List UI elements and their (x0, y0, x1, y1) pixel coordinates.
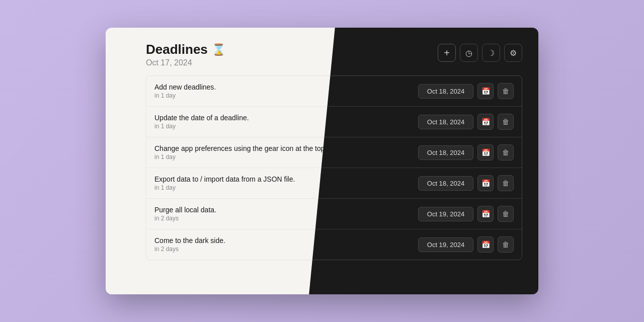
calendar-button[interactable]: 📅 (477, 83, 494, 99)
deadline-relative-date: in 2 days (154, 246, 225, 253)
trash-icon: 🗑 (502, 179, 509, 187)
deadline-relative-date: in 2 days (154, 215, 216, 222)
deadline-row: Export data to / import data from a JSON… (146, 168, 522, 199)
clock-button[interactable]: ◷ (460, 44, 478, 62)
trash-icon: 🗑 (502, 210, 509, 218)
settings-button[interactable]: ⚙ (504, 44, 522, 62)
deadline-left: Purge all local data. in 2 days (154, 206, 216, 222)
deadline-title: Purge all local data. (154, 206, 216, 214)
calendar-icon: 📅 (481, 179, 490, 187)
deadline-left: Change app preferences using the gear ic… (154, 144, 327, 160)
deadline-title: Export data to / import data from a JSON… (154, 175, 295, 183)
deadline-right: Oct 18, 2024 📅 🗑 (418, 144, 514, 160)
calendar-icon: 📅 (481, 87, 490, 95)
deadlines-list: Add new deadlines. in 1 day Oct 18, 2024… (146, 75, 522, 260)
delete-button[interactable]: 🗑 (498, 175, 514, 191)
deadline-row: Add new deadlines. in 1 day Oct 18, 2024… (146, 76, 522, 107)
calendar-button[interactable]: 📅 (477, 206, 494, 222)
deadline-date: Oct 18, 2024 (418, 176, 473, 191)
deadline-date: Oct 18, 2024 (418, 115, 473, 129)
deadline-relative-date: in 1 day (154, 184, 295, 191)
calendar-button[interactable]: 📅 (477, 236, 494, 253)
main-content: Add new deadlines. in 1 day Oct 18, 2024… (106, 75, 538, 294)
calendar-icon: 📅 (481, 210, 490, 218)
deadline-title: Update the date of a deadline. (154, 114, 249, 122)
app-title: Deadlines ⌛ (146, 42, 225, 57)
deadline-row: Change app preferences using the gear ic… (146, 137, 522, 168)
add-button[interactable]: + (438, 44, 456, 62)
clock-icon: ◷ (465, 48, 472, 58)
trash-icon: 🗑 (502, 240, 509, 249)
delete-button[interactable]: 🗑 (498, 206, 514, 222)
deadline-title: Change app preferences using the gear ic… (154, 144, 327, 152)
delete-button[interactable]: 🗑 (498, 114, 514, 130)
deadline-row: Come to the dark side. in 2 days Oct 19,… (146, 229, 522, 260)
plus-icon: + (444, 47, 450, 59)
header: Deadlines ⌛ Oct 17, 2024 + ◷ ☽ ⚙ (106, 28, 538, 75)
deadline-row: Purge all local data. in 2 days Oct 19, … (146, 199, 522, 229)
trash-icon: 🗑 (502, 87, 509, 95)
calendar-button[interactable]: 📅 (477, 114, 494, 130)
deadline-date: Oct 19, 2024 (418, 207, 473, 221)
moon-icon: ☽ (488, 48, 495, 58)
deadline-left: Add new deadlines. in 1 day (154, 83, 216, 99)
app-date: Oct 17, 2024 (146, 58, 225, 67)
calendar-button[interactable]: 📅 (477, 144, 494, 160)
trash-icon: 🗑 (502, 148, 509, 156)
deadline-date: Oct 18, 2024 (418, 84, 473, 99)
calendar-icon: 📅 (481, 118, 490, 126)
deadline-relative-date: in 1 day (154, 153, 327, 160)
deadline-right: Oct 19, 2024 📅 🗑 (418, 206, 514, 222)
deadline-date: Oct 18, 2024 (418, 145, 473, 160)
deadline-date: Oct 19, 2024 (418, 237, 473, 252)
calendar-icon: 📅 (481, 240, 490, 249)
deadline-right: Oct 18, 2024 📅 🗑 (418, 175, 514, 191)
deadline-row: Update the date of a deadline. in 1 day … (146, 107, 522, 137)
delete-button[interactable]: 🗑 (498, 236, 514, 253)
deadline-right: Oct 19, 2024 📅 🗑 (418, 236, 514, 253)
hourglass-icon: ⌛ (212, 43, 225, 56)
deadline-relative-date: in 1 day (154, 92, 216, 99)
calendar-icon: 📅 (481, 148, 490, 156)
delete-button[interactable]: 🗑 (498, 83, 514, 99)
deadline-relative-date: in 1 day (154, 123, 249, 130)
deadline-title: Come to the dark side. (154, 236, 225, 245)
app-title-text: Deadlines (146, 42, 208, 57)
deadline-left: Update the date of a deadline. in 1 day (154, 114, 249, 130)
deadline-left: Export data to / import data from a JSON… (154, 175, 295, 191)
header-actions: + ◷ ☽ ⚙ (438, 44, 522, 62)
deadline-right: Oct 18, 2024 📅 🗑 (418, 83, 514, 99)
delete-button[interactable]: 🗑 (498, 144, 514, 160)
deadline-left: Come to the dark side. in 2 days (154, 236, 225, 253)
calendar-button[interactable]: 📅 (477, 175, 494, 191)
gear-icon: ⚙ (510, 48, 517, 58)
dark-mode-button[interactable]: ☽ (482, 44, 500, 62)
trash-icon: 🗑 (502, 118, 509, 126)
app-window: Deadlines ⌛ Oct 17, 2024 + ◷ ☽ ⚙ Add new… (106, 28, 538, 294)
deadline-right: Oct 18, 2024 📅 🗑 (418, 114, 514, 130)
deadline-title: Add new deadlines. (154, 83, 216, 91)
header-title-group: Deadlines ⌛ Oct 17, 2024 (146, 42, 225, 67)
